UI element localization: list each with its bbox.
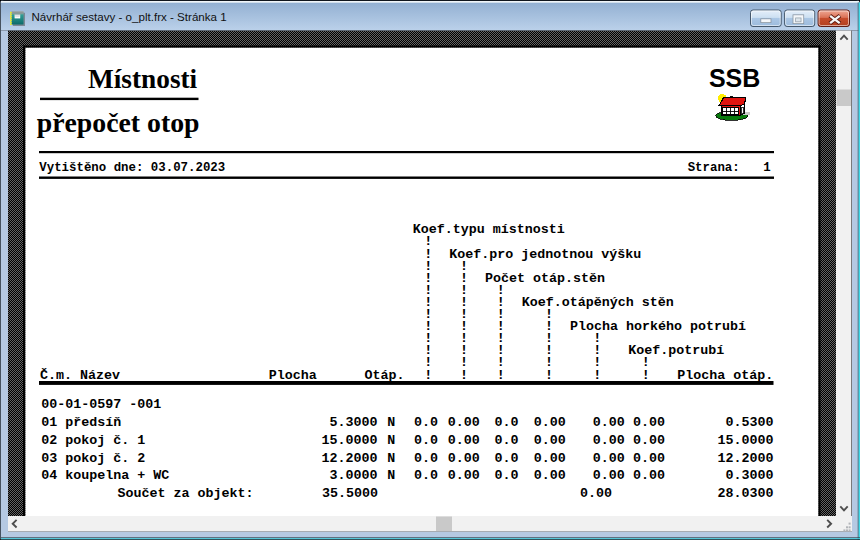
svg-text:0.00: 0.00 (534, 468, 566, 483)
svg-text:15.0000: 15.0000 (322, 433, 378, 448)
svg-text:0.0: 0.0 (414, 468, 438, 483)
svg-text:0.0: 0.0 (414, 451, 438, 466)
svg-text:0.3000: 0.3000 (726, 468, 774, 483)
svg-text:0.00: 0.00 (448, 433, 480, 448)
svg-text:15.0000: 15.0000 (718, 433, 774, 448)
svg-text:0.00: 0.00 (593, 415, 625, 430)
svg-text:3.0000: 3.0000 (330, 468, 378, 483)
svg-text:0.0: 0.0 (495, 433, 519, 448)
svg-text:!: ! (545, 368, 553, 383)
svg-text:Součet za objekt:: Součet za objekt: (118, 486, 254, 501)
svg-text:0.00: 0.00 (633, 451, 665, 466)
svg-text:N: N (387, 468, 395, 483)
svg-text:0.00: 0.00 (633, 433, 665, 448)
svg-text:0.00: 0.00 (580, 486, 612, 501)
svg-text:Strana:: Strana: (688, 161, 740, 175)
svg-text:5.3000: 5.3000 (330, 415, 378, 430)
svg-text:0.00: 0.00 (593, 451, 625, 466)
svg-text:SSB: SSB (709, 64, 760, 92)
svg-text:0.00: 0.00 (633, 415, 665, 430)
svg-text:0.00: 0.00 (534, 451, 566, 466)
svg-text:0.00: 0.00 (448, 415, 480, 430)
svg-text:0.0: 0.0 (495, 415, 519, 430)
svg-text:!: ! (497, 368, 505, 383)
svg-text:Plocha otáp.: Plocha otáp. (677, 368, 773, 383)
svg-text:0.0: 0.0 (414, 433, 438, 448)
svg-text:přepočet otop: přepočet otop (37, 107, 200, 138)
svg-text:0.0: 0.0 (414, 415, 438, 430)
svg-text:0.00: 0.00 (448, 451, 480, 466)
svg-text:04 koupelna + WC: 04 koupelna + WC (41, 468, 169, 483)
svg-text:Návrhář sestavy - o_plt.frx -: Návrhář sestavy - o_plt.frx - Stránka 1 (32, 10, 227, 23)
svg-text:00-01-0597 -001: 00-01-0597 -001 (41, 397, 161, 412)
svg-text:02 pokoj č. 1: 02 pokoj č. 1 (41, 433, 145, 448)
svg-text:Koef.typu místnosti: Koef.typu místnosti (413, 222, 565, 237)
svg-text:12.2000: 12.2000 (718, 451, 774, 466)
svg-text:Plocha: Plocha (269, 368, 317, 383)
svg-text:03 pokoj č. 2: 03 pokoj č. 2 (41, 451, 145, 466)
svg-text:12.2000: 12.2000 (322, 451, 378, 466)
svg-text:!: ! (593, 368, 601, 383)
svg-text:0.0: 0.0 (495, 451, 519, 466)
svg-text:N: N (387, 451, 395, 466)
svg-text:Koef.pro jednotnou výšku: Koef.pro jednotnou výšku (449, 247, 641, 262)
svg-text:0.00: 0.00 (593, 433, 625, 448)
svg-text:0.00: 0.00 (534, 433, 566, 448)
svg-text:!: ! (460, 368, 468, 383)
svg-text:0.00: 0.00 (593, 468, 625, 483)
svg-text:!: ! (424, 368, 432, 383)
svg-text:0.00: 0.00 (448, 468, 480, 483)
svg-text:N: N (387, 433, 395, 448)
svg-text:Vytištěno dne: 03.07.2023: Vytištěno dne: 03.07.2023 (39, 161, 225, 175)
svg-text:N: N (387, 415, 395, 430)
svg-text:1: 1 (763, 161, 770, 175)
svg-text:Č.m. Název: Č.m. Název (40, 368, 120, 383)
svg-text:Otáp.: Otáp. (365, 368, 405, 383)
svg-text:0.00: 0.00 (534, 415, 566, 430)
svg-text:0.5300: 0.5300 (726, 415, 774, 430)
svg-text:Místnosti: Místnosti (88, 64, 198, 94)
svg-text:0.00: 0.00 (633, 468, 665, 483)
svg-text:35.5000: 35.5000 (322, 486, 378, 501)
svg-text:28.0300: 28.0300 (718, 486, 774, 501)
svg-text:0.0: 0.0 (495, 468, 519, 483)
svg-text:01 předsíň: 01 předsíň (41, 415, 121, 430)
svg-text:!: ! (642, 368, 650, 383)
